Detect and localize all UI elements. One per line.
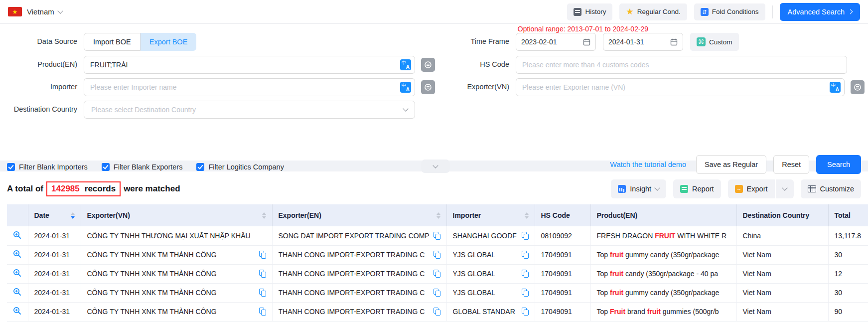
product-text: gummies (500gr/b xyxy=(661,308,719,316)
collapse-form-button[interactable] xyxy=(421,160,450,173)
history-button[interactable]: History xyxy=(567,3,612,20)
zoom-in-icon[interactable] xyxy=(13,250,21,258)
date-from-value[interactable] xyxy=(521,38,571,46)
exporter-en-cell: THANH CONG IMPORT-EXPORT TRADING C xyxy=(272,283,446,302)
exporter-input[interactable] xyxy=(516,78,845,96)
copy-icon[interactable] xyxy=(434,232,440,240)
translate-icon[interactable]: 中A xyxy=(400,59,411,70)
checkbox-checked-icon[interactable] xyxy=(102,163,110,171)
exporter-vn-cell-content: CÔNG TY TNHH XNK TM THÀNH CÔNG xyxy=(87,270,266,278)
checkbox-label: Filter Blank Importers xyxy=(19,163,88,171)
exporter-en-cell-text: SONG DAT IMPORT EXPORT TRADING COMP xyxy=(279,232,430,240)
copy-icon[interactable] xyxy=(522,251,529,259)
regular-cond-button[interactable]: ★ Regular Cond. xyxy=(619,3,687,20)
copy-icon[interactable] xyxy=(522,289,529,297)
advanced-search-button[interactable]: Advanced Search xyxy=(780,3,860,21)
checkbox-checked-icon[interactable] xyxy=(196,163,204,171)
sort-icons[interactable] xyxy=(262,212,266,219)
column-header-Total: Total xyxy=(828,204,868,226)
importer-cell: YJS GLOBAL xyxy=(446,283,535,302)
importer-input[interactable] xyxy=(84,78,415,96)
zoom-in-icon[interactable] xyxy=(13,269,21,277)
sort-icons[interactable] xyxy=(71,212,75,219)
export-boe-tab[interactable]: Export BOE xyxy=(141,33,197,51)
sort-desc-icon[interactable] xyxy=(71,216,75,219)
exporter-vn-cell-content: CÔNG TY TNHH XNK TM THÀNH CÔNG xyxy=(87,289,266,297)
highlighted-keyword: fruit xyxy=(610,289,623,297)
column-header-Exporter(EN)[interactable]: Exporter(EN) xyxy=(272,204,446,226)
exporter-en-cell-content: THANH CONG IMPORT-EXPORT TRADING C xyxy=(279,289,440,297)
report-button[interactable]: Report xyxy=(673,179,721,198)
fold-conditions-button[interactable]: ⇵ Fold Conditions xyxy=(694,3,765,20)
copy-icon[interactable] xyxy=(434,270,440,278)
import-boe-tab[interactable]: Import BOE xyxy=(84,33,141,51)
filter-checkbox-1[interactable]: Filter Blank Exporters xyxy=(102,163,183,171)
exporter-en-cell-text: THANH CONG IMPORT-EXPORT TRADING C xyxy=(279,308,425,316)
checkbox-checked-icon[interactable] xyxy=(7,163,15,171)
sort-desc-icon[interactable] xyxy=(262,216,266,219)
copy-icon[interactable] xyxy=(434,251,440,259)
column-header-Exporter(VN)[interactable]: Exporter(VN) xyxy=(81,204,272,226)
sort-asc-icon[interactable] xyxy=(436,212,440,215)
copy-icon[interactable] xyxy=(522,232,529,240)
data-source-label: Data Source xyxy=(0,37,77,45)
copy-icon[interactable] xyxy=(522,308,529,316)
country-selector[interactable]: Vietnam xyxy=(27,7,62,16)
export-button[interactable]: Export xyxy=(728,179,775,198)
zoom-in-icon[interactable] xyxy=(13,288,21,296)
chevron-right-icon xyxy=(848,9,853,14)
copy-icon[interactable] xyxy=(259,251,266,259)
checkbox-label: Filter Logitics Company xyxy=(208,163,284,171)
date-from-input[interactable] xyxy=(516,33,596,51)
exact-match-toggle[interactable] xyxy=(851,80,865,94)
translate-icon[interactable]: 中A xyxy=(830,82,841,93)
divider xyxy=(772,5,773,18)
destination-select[interactable]: Please select Destination Country xyxy=(84,101,415,119)
zoom-in-icon[interactable] xyxy=(13,307,21,315)
sort-icons[interactable] xyxy=(525,212,529,219)
column-header-icon xyxy=(7,204,28,226)
product-input[interactable] xyxy=(84,56,415,74)
importer-cell-content: YJS GLOBAL xyxy=(453,270,529,278)
save-as-regular-button[interactable]: Save as Regular xyxy=(696,155,766,174)
destination-cell: Viet Nam xyxy=(736,245,828,264)
copy-icon[interactable] xyxy=(434,308,440,316)
copy-icon[interactable] xyxy=(434,289,440,297)
destination-label: Destination Country xyxy=(0,105,77,113)
insight-button[interactable]: Insight xyxy=(611,179,666,198)
copy-icon[interactable] xyxy=(522,270,529,278)
hs-code-cell: 17049091 xyxy=(535,264,590,283)
copy-icon[interactable] xyxy=(259,289,266,297)
copy-icon[interactable] xyxy=(259,270,266,278)
customize-button[interactable]: Customize xyxy=(801,179,862,198)
circle-equals-icon xyxy=(854,83,862,91)
exporter-en-cell: THANH CONG IMPORT-EXPORT TRADING C xyxy=(272,245,446,264)
tutorial-link[interactable]: Watch the tutorial demo xyxy=(610,161,686,168)
column-header-Date[interactable]: Date xyxy=(28,204,81,226)
search-button[interactable]: Search xyxy=(816,155,861,174)
sort-asc-icon[interactable] xyxy=(525,212,529,215)
date-to-input[interactable] xyxy=(603,33,683,51)
column-header-content: Exporter(VN) xyxy=(87,211,266,219)
sort-asc-icon[interactable] xyxy=(71,212,75,215)
sort-desc-icon[interactable] xyxy=(525,216,529,219)
results-prefix: A total of xyxy=(7,184,43,194)
sort-icons[interactable] xyxy=(436,212,440,219)
importer-cell-content: YJS GLOBAL xyxy=(453,251,529,259)
product-text: Top xyxy=(597,289,610,297)
custom-button[interactable]: ⌘ Custom xyxy=(690,33,739,51)
date-to-value[interactable] xyxy=(608,38,658,46)
translate-icon[interactable]: 中A xyxy=(400,82,411,93)
sort-asc-icon[interactable] xyxy=(262,212,266,215)
zoom-in-icon[interactable] xyxy=(13,231,21,239)
filter-checkbox-0[interactable]: Filter Blank Importers xyxy=(7,163,88,171)
copy-icon[interactable] xyxy=(259,308,266,316)
reset-button[interactable]: Reset xyxy=(773,155,809,174)
filter-checkbox-2[interactable]: Filter Logitics Company xyxy=(196,163,284,171)
table-row: 2024-01-31CÔNG TY TNHH THƯƠNG MẠI XUẤT N… xyxy=(7,226,868,245)
hs-code-input[interactable] xyxy=(516,56,847,74)
export-options-button[interactable] xyxy=(776,179,794,198)
column-header-content: Exporter(EN) xyxy=(279,211,440,219)
column-header-Importer[interactable]: Importer xyxy=(446,204,535,226)
sort-desc-icon[interactable] xyxy=(436,216,440,219)
